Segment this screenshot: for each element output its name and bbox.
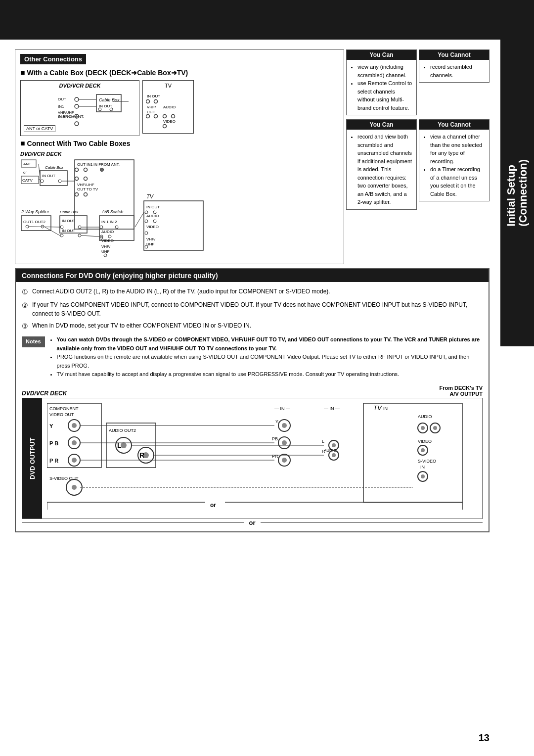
svg-text:OUT1  OUT2: OUT1 OUT2 — [23, 220, 45, 224]
svg-text:IN 1  IN 2: IN 1 IN 2 — [101, 220, 117, 224]
svg-point-113 — [121, 442, 127, 448]
svg-text:VHF/UHF: VHF/UHF — [77, 183, 94, 187]
step-1-number: ① — [22, 287, 30, 297]
svg-text:AUDIO: AUDIO — [146, 214, 159, 218]
svg-text:Cable Box: Cable Box — [60, 210, 79, 214]
svg-rect-35 — [40, 171, 67, 186]
svg-point-91 — [104, 254, 107, 257]
notes-content: You can watch DVDs through the S-VIDEO o… — [49, 335, 483, 379]
svg-point-148 — [332, 453, 336, 457]
tv-label1: TV — [146, 83, 190, 89]
svg-text:IN    OUT: IN OUT — [99, 104, 112, 108]
svg-text:AUDIO OUT2: AUDIO OUT2 — [109, 428, 136, 433]
you-can-1-header: You Can — [347, 50, 416, 60]
you-cannot-2-item-2: do a Timer recording of a channel unless… — [430, 165, 485, 198]
svg-text:or: or — [210, 502, 216, 509]
svg-text:Cable Box: Cable Box — [45, 165, 64, 170]
svg-point-139 — [282, 458, 287, 463]
dvd-vcr-deck-label3: DVD/VCR DECK — [22, 390, 67, 397]
dvd-output-diagram: DVD OUTPUT COMPONENT VIDEO OUT Y P B — [22, 398, 483, 519]
svg-text:AUDIO: AUDIO — [163, 105, 176, 109]
svg-text:P B: P B — [49, 440, 58, 446]
step-2-number: ② — [22, 300, 30, 318]
svg-point-18 — [146, 100, 149, 103]
svg-text:VHF/: VHF/ — [147, 105, 156, 109]
svg-text:IN1: IN1 — [58, 104, 64, 109]
svg-point-51 — [75, 193, 79, 196]
step-3: ③ When in DVD mode, set your TV to eithe… — [22, 321, 483, 331]
svg-point-153 — [421, 426, 425, 430]
svg-text:IN: IN — [420, 465, 425, 470]
svg-point-82 — [100, 226, 103, 229]
other-connections-section: Other Connections ■ With a Cable Box (DE… — [15, 49, 344, 264]
svg-text:TV: TV — [373, 404, 382, 412]
step-3-text: When in DVD mode, set your TV to either … — [32, 321, 251, 331]
cable-box-title: ■ With a Cable Box (DECK (DECK➜Cable Box… — [20, 68, 339, 77]
svg-text:R: R — [322, 449, 325, 454]
svg-text:or: or — [23, 170, 27, 175]
you-cannot-2: You Cannot view a channel other than the… — [419, 119, 490, 201]
svg-point-77 — [60, 234, 63, 237]
you-cannot-1-item-1: record scrambled channels. — [430, 63, 485, 79]
top-bar — [0, 0, 534, 40]
dvd-component-diagram: COMPONENT VIDEO OUT Y P B P R — [47, 403, 467, 512]
svg-text:AUDIO: AUDIO — [418, 414, 432, 419]
svg-text:AUDIO: AUDIO — [101, 230, 114, 234]
svg-text:A/B Switch: A/B Switch — [101, 209, 124, 214]
you-cannot-2-item-1: view a channel other than the one select… — [430, 133, 485, 165]
svg-line-97 — [135, 212, 144, 227]
svg-point-120 — [72, 485, 77, 490]
svg-point-52 — [84, 193, 88, 196]
step-1-text: Connect AUDIO OUT2 (L, R) to the AUDIO I… — [32, 287, 330, 297]
you-cannot-1-header: You Cannot — [419, 50, 489, 60]
svg-text:VHF/: VHF/ — [146, 237, 156, 241]
svg-point-69 — [26, 225, 29, 228]
svg-text:IN   OUT: IN OUT — [146, 205, 160, 209]
svg-text:VIDEO: VIDEO — [146, 225, 159, 229]
svg-text:L: L — [117, 441, 122, 449]
other-connections-header: Other Connections — [20, 54, 86, 64]
dvd-only-section: Connections For DVD Only (enjoying highe… — [15, 268, 490, 532]
svg-text:COMPONENT: COMPONENT — [49, 406, 79, 411]
svg-text:VIDEO: VIDEO — [418, 439, 432, 444]
or-label: or — [22, 519, 483, 526]
notes-item-1: You can watch DVDs through the S-VIDEO o… — [57, 335, 483, 353]
dvd-vcr-deck-label2: DVD/VCR DECK — [20, 151, 208, 157]
svg-point-44 — [75, 168, 79, 172]
svg-point-24 — [154, 115, 157, 118]
ant-catv-label: ANT or CATV — [24, 125, 55, 132]
svg-text:PR: PR — [272, 454, 278, 459]
svg-point-78 — [78, 234, 81, 237]
svg-text:OUT TO TV: OUT TO TV — [77, 187, 98, 191]
svg-point-155 — [433, 426, 437, 430]
svg-point-131 — [282, 423, 287, 428]
tv-diagram-1: IN OUT VHF/ UHF AUDIO VIDEO — [146, 91, 190, 130]
svg-point-83 — [115, 226, 118, 229]
svg-point-47 — [75, 177, 79, 181]
svg-point-23 — [146, 115, 149, 118]
svg-line-94 — [44, 227, 60, 236]
step-2: ② If your TV has COMPONENT VIDEO INPUT, … — [22, 300, 483, 318]
svg-text:S-VIDEO: S-VIDEO — [418, 459, 436, 464]
you-can-2: You Can record and view both scrambled a… — [346, 119, 417, 210]
svg-text:— IN —: — IN — — [274, 406, 290, 411]
svg-point-143 — [332, 443, 336, 447]
dvd-output-label: DVD OUTPUT — [22, 398, 42, 519]
svg-point-60 — [153, 220, 156, 223]
svg-point-28 — [163, 125, 166, 128]
svg-text:UHF: UHF — [101, 249, 110, 254]
svg-point-106 — [72, 440, 77, 445]
svg-text:CATV: CATV — [22, 178, 33, 183]
svg-point-38 — [58, 180, 61, 183]
you-cannot-2-header: You Cannot — [419, 120, 489, 130]
you-can-2-header: You Can — [347, 120, 416, 130]
you-can-1: You Can view any (including scrambled) c… — [346, 49, 417, 115]
svg-point-162 — [421, 474, 425, 478]
svg-point-26 — [171, 115, 175, 118]
svg-point-45 — [84, 168, 88, 172]
svg-point-25 — [163, 115, 166, 118]
svg-text:P R: P R — [49, 458, 58, 464]
svg-point-59 — [145, 220, 148, 223]
step-2-text: If your TV has COMPONENT VIDEO INPUT, co… — [32, 300, 483, 318]
svg-point-8 — [75, 122, 79, 126]
